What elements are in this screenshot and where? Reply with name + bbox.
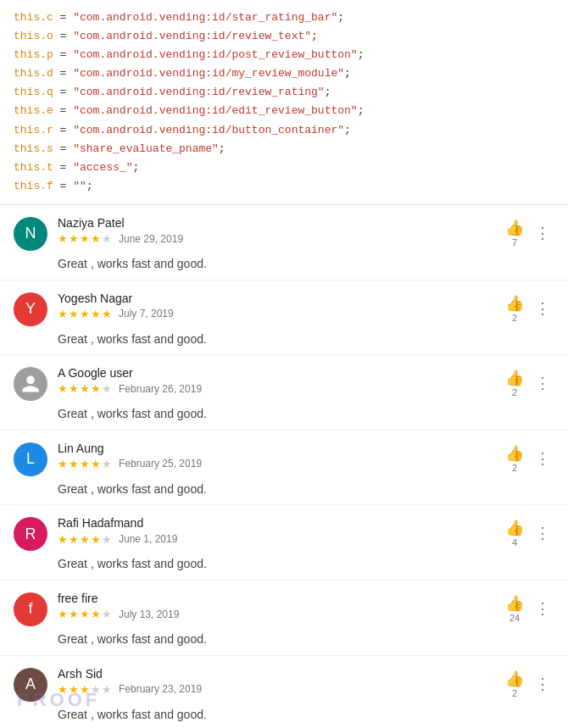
like-count: 2 xyxy=(512,688,517,698)
star-icon: ★ xyxy=(102,232,112,245)
review-left: Y Yogesh Nagar ★★★★★ July 7, 2019 xyxy=(14,291,502,326)
star-icon: ★ xyxy=(102,608,112,620)
review-text: Great , works fast and good. xyxy=(14,256,554,273)
more-options-button[interactable]: ⋮ xyxy=(531,597,554,620)
code-line-7: this.r = "com.android.vending:id/button_… xyxy=(14,121,554,140)
stars: ★★★★★ xyxy=(58,608,112,620)
review-date: July 7, 2019 xyxy=(119,308,174,320)
star-icon: ★ xyxy=(91,458,101,470)
thumb-up-icon: 👍 xyxy=(505,294,524,313)
thumb-up-icon: 👍 xyxy=(505,594,524,613)
more-options-button[interactable]: ⋮ xyxy=(531,297,554,320)
star-icon: ★ xyxy=(91,232,101,245)
like-count: 7 xyxy=(512,237,517,247)
thumb-up-icon: 👍 xyxy=(505,519,524,537)
more-options-button[interactable]: ⋮ xyxy=(531,371,554,395)
review-item: Y Yogesh Nagar ★★★★★ July 7, 2019 👍 2 ⋮ xyxy=(0,281,568,356)
code-line-2: this.o = "com.android.vending:id/review_… xyxy=(14,27,554,46)
stars: ★★★★★ xyxy=(58,458,112,470)
star-icon: ★ xyxy=(58,683,68,696)
stars: ★★★★★ xyxy=(58,308,112,320)
like-count: 2 xyxy=(512,463,517,473)
review-meta: Yogesh Nagar ★★★★★ July 7, 2019 xyxy=(58,291,502,320)
star-icon: ★ xyxy=(58,308,68,320)
like-button[interactable]: 👍 2 xyxy=(502,666,527,702)
review-header: L Lin Aung ★★★★★ February 25, 2019 👍 2 ⋮ xyxy=(14,441,554,476)
review-date: July 13, 2019 xyxy=(119,609,179,620)
rating-row: ★★★★★ February 23, 2019 xyxy=(58,683,502,696)
reviewer-name: Lin Aung xyxy=(58,441,502,456)
star-icon: ★ xyxy=(69,308,79,320)
review-meta: A Google user ★★★★★ February 26, 2019 xyxy=(58,365,502,395)
code-line-10: this.f = ""; xyxy=(14,177,554,196)
more-options-button[interactable]: ⋮ xyxy=(531,447,554,470)
review-actions: 👍 24 ⋮ xyxy=(502,591,554,626)
review-left: A Google user ★★★★★ February 26, 2019 xyxy=(14,365,502,401)
like-button[interactable]: 👍 2 xyxy=(502,365,527,401)
code-line-1: this.c = "com.android.vending:id/star_ra… xyxy=(14,8,554,27)
like-button[interactable]: 👍 2 xyxy=(502,291,527,326)
star-icon: ★ xyxy=(91,533,101,546)
star-icon: ★ xyxy=(102,308,112,320)
thumb-up-icon: 👍 xyxy=(505,219,524,237)
reviewer-name: Arsh Sid xyxy=(58,666,502,681)
star-icon: ★ xyxy=(80,458,90,470)
code-line-6: this.e = "com.android.vending:id/edit_re… xyxy=(14,102,554,120)
review-date: June 29, 2019 xyxy=(119,233,183,245)
star-icon: ★ xyxy=(80,308,90,320)
review-left: R Rafi Hadafmand ★★★★★ June 1, 2019 xyxy=(14,515,502,551)
review-left: N Naziya Patel ★★★★★ June 29, 2019 xyxy=(14,215,502,251)
star-icon: ★ xyxy=(91,382,101,395)
star-icon: ★ xyxy=(69,608,79,620)
avatar: A xyxy=(14,668,47,702)
avatar: f xyxy=(14,592,47,626)
stars: ★★★★★ xyxy=(58,232,112,245)
review-item: f free fire ★★★★★ July 13, 2019 👍 24 ⋮ G xyxy=(0,581,568,656)
stars: ★★★★★ xyxy=(58,683,112,696)
star-icon: ★ xyxy=(91,683,101,696)
review-header: R Rafi Hadafmand ★★★★★ June 1, 2019 👍 4 … xyxy=(14,515,554,551)
star-icon: ★ xyxy=(69,458,79,470)
star-icon: ★ xyxy=(69,533,79,546)
reviewer-name: Yogesh Nagar xyxy=(58,291,502,306)
thumb-up-icon: 👍 xyxy=(505,670,524,688)
star-icon: ★ xyxy=(58,382,68,395)
star-icon: ★ xyxy=(80,608,90,620)
more-options-button[interactable]: ⋮ xyxy=(531,521,554,545)
star-icon: ★ xyxy=(69,232,79,245)
more-options-button[interactable]: ⋮ xyxy=(531,221,554,245)
review-meta: free fire ★★★★★ July 13, 2019 xyxy=(58,591,502,620)
reviewer-name: free fire xyxy=(58,591,502,606)
review-text: Great , works fast and good. xyxy=(14,481,554,498)
reviewer-name: Naziya Patel xyxy=(58,215,502,231)
star-icon: ★ xyxy=(91,608,101,620)
rating-row: ★★★★★ February 25, 2019 xyxy=(58,458,502,470)
review-item: R Rafi Hadafmand ★★★★★ June 1, 2019 👍 4 … xyxy=(0,505,568,581)
review-date: February 23, 2019 xyxy=(119,683,202,695)
rating-row: ★★★★★ July 7, 2019 xyxy=(58,308,502,320)
like-button[interactable]: 👍 4 xyxy=(502,515,527,551)
review-text: Great , works fast and good. xyxy=(14,406,554,423)
review-header: A Google user ★★★★★ February 26, 2019 👍 … xyxy=(14,365,554,401)
review-meta: Arsh Sid ★★★★★ February 23, 2019 xyxy=(58,666,502,696)
star-icon: ★ xyxy=(58,458,68,470)
star-icon: ★ xyxy=(102,683,112,696)
review-header: Y Yogesh Nagar ★★★★★ July 7, 2019 👍 2 ⋮ xyxy=(14,291,554,326)
review-header: f free fire ★★★★★ July 13, 2019 👍 24 ⋮ xyxy=(14,591,554,626)
like-button[interactable]: 👍 7 xyxy=(502,215,527,251)
review-meta: Naziya Patel ★★★★★ June 29, 2019 xyxy=(58,215,502,245)
rating-row: ★★★★★ July 13, 2019 xyxy=(58,608,502,620)
avatar: Y xyxy=(14,292,47,326)
like-button[interactable]: 👍 2 xyxy=(502,441,527,476)
star-icon: ★ xyxy=(91,308,101,320)
review-meta: Rafi Hadafmand ★★★★★ June 1, 2019 xyxy=(58,515,502,545)
avatar: N xyxy=(14,217,47,251)
star-icon: ★ xyxy=(69,683,79,696)
star-icon: ★ xyxy=(80,382,90,395)
like-button[interactable]: 👍 24 xyxy=(502,591,527,626)
like-count: 2 xyxy=(512,313,517,323)
avatar: R xyxy=(14,517,47,551)
more-options-button[interactable]: ⋮ xyxy=(531,672,554,696)
star-icon: ★ xyxy=(58,608,68,620)
review-actions: 👍 2 ⋮ xyxy=(502,291,554,326)
